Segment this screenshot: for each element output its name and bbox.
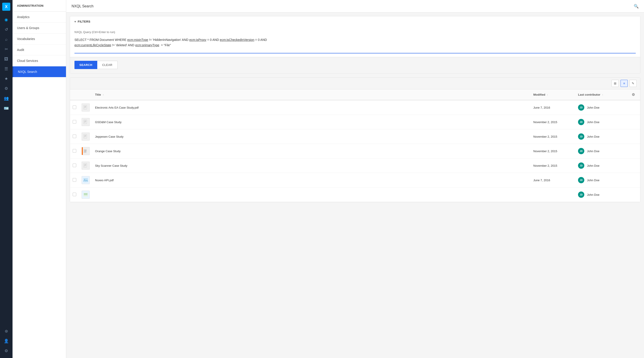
contributor-avatar: JD xyxy=(578,133,584,140)
topbar: NXQL Search 🔍 xyxy=(66,0,644,12)
row-title: Sky Scanner Case Study xyxy=(92,158,531,173)
file-thumbnail xyxy=(82,191,90,199)
row-contributor: JDJohn Doe xyxy=(575,158,629,173)
people-nav-icon[interactable]: 👥 xyxy=(2,94,11,103)
row-contributor: JDJohn Doe xyxy=(575,187,629,202)
svg-rect-11 xyxy=(84,137,86,137)
app-logo[interactable]: X xyxy=(2,3,10,11)
content-area: ▾ FILTERS NXQL Query (Ctrl+Enter to run)… xyxy=(66,12,644,358)
nav-item-users-groups[interactable]: Users & Groups xyxy=(12,22,66,33)
row-title: Electronic Arts EA Case Study.pdf xyxy=(92,100,531,115)
contributor-avatar: JD xyxy=(578,162,584,169)
row-modified xyxy=(531,187,575,202)
nav-item-audit[interactable]: Audit xyxy=(12,44,66,55)
nav-item-nxql-search[interactable]: NXQL Search xyxy=(12,66,66,77)
svg-rect-3 xyxy=(84,108,86,108)
row-contributor: JDJohn Doe xyxy=(575,144,629,158)
star-nav-icon[interactable]: ★ xyxy=(2,74,11,83)
contributor-avatar: JD xyxy=(578,148,584,154)
row-contributor: JDJohn Doe xyxy=(575,100,629,115)
table-settings-icon[interactable]: ⚙ xyxy=(632,93,635,96)
row-checkbox[interactable] xyxy=(73,149,76,153)
col-header-modified[interactable]: Modified ↑ xyxy=(531,89,575,100)
file-thumbnail xyxy=(82,162,90,170)
user-nav-icon[interactable]: 👤 xyxy=(2,337,11,346)
row-title: GSD&M Case Study xyxy=(92,115,531,129)
row-contributor: JDJohn Doe xyxy=(575,173,629,187)
scissors-nav-icon[interactable]: ✂ xyxy=(2,45,11,54)
row-title: Nuxeo API.pdf xyxy=(92,173,531,187)
search-button[interactable]: SEARCH xyxy=(74,61,97,69)
row-checkbox[interactable] xyxy=(73,105,76,109)
contributor-avatar: JD xyxy=(578,119,584,125)
modified-sort-icon[interactable]: ↑ xyxy=(547,93,548,96)
list-view-button[interactable]: ≡ xyxy=(620,80,628,87)
results-section: ⊞ ≡ ✎ Title ↑ Modified xyxy=(70,77,640,202)
results-table: Title ↑ Modified ↑ Last contributor ↑ xyxy=(70,89,640,202)
svg-rect-9 xyxy=(84,135,86,136)
nav-item-vocabularies[interactable]: Vocabularies xyxy=(12,33,66,44)
filters-label: FILTERS xyxy=(78,20,90,23)
contributor-sort-icon[interactable]: ↑ xyxy=(602,93,603,96)
analytics-nav-icon[interactable]: ◉ xyxy=(2,15,11,24)
filters-header[interactable]: ▾ FILTERS xyxy=(70,16,640,27)
nav-item-cloud-services[interactable]: Cloud Services xyxy=(12,55,66,66)
row-contributor: JDJohn Doe xyxy=(575,129,629,144)
row-checkbox[interactable] xyxy=(73,193,76,196)
contributor-name: John Doe xyxy=(587,193,600,196)
svg-rect-23 xyxy=(84,193,88,194)
row-title xyxy=(92,187,531,202)
contributor-name: John Doe xyxy=(587,135,600,138)
list-nav-icon[interactable]: ☰ xyxy=(2,64,11,73)
contributor-name: John Doe xyxy=(587,149,600,153)
contributor-avatar: JD xyxy=(578,192,584,198)
row-title: Jeppesen Case Study xyxy=(92,129,531,144)
table-row: Electronic Arts EA Case Study.pdfJune 7,… xyxy=(70,100,640,115)
network-nav-icon[interactable]: ⊛ xyxy=(2,327,11,336)
workflow-nav-icon[interactable]: ⚙ xyxy=(2,84,11,93)
row-checkbox[interactable] xyxy=(73,134,76,138)
query-display[interactable]: SELECT * FROM Document WHERE ecm:mixinTy… xyxy=(74,35,636,53)
grid-view-button[interactable]: ⊞ xyxy=(612,80,619,87)
svg-rect-20 xyxy=(84,178,88,182)
col-header-thumb xyxy=(79,89,92,100)
image-nav-icon[interactable]: 🖼 xyxy=(2,54,11,63)
clear-button[interactable]: CLEAR xyxy=(97,61,118,69)
title-sort-icon[interactable]: ↑ xyxy=(103,93,104,96)
svg-rect-2 xyxy=(84,107,86,107)
svg-rect-5 xyxy=(84,121,86,121)
history-nav-icon[interactable]: ↺ xyxy=(2,25,11,34)
col-header-contributor[interactable]: Last contributor ↑ xyxy=(575,89,629,100)
row-modified: November 2, 2015 xyxy=(531,144,575,158)
filters-chevron-icon: ▾ xyxy=(74,20,76,23)
col-header-check xyxy=(70,89,79,100)
text-sidebar: ADMINISTRATION Analytics Users & Groups … xyxy=(12,0,66,358)
table-row: Orange Case StudyNovember 2, 2015JDJohn … xyxy=(70,144,640,158)
file-thumbnail xyxy=(82,147,90,155)
svg-rect-13 xyxy=(84,150,86,150)
settings-nav-icon[interactable]: ⚙ xyxy=(2,346,11,355)
topbar-search-icon[interactable]: 🔍 xyxy=(634,4,639,9)
main-content: NXQL Search 🔍 ▾ FILTERS NXQL Query (Ctrl… xyxy=(66,0,644,358)
col-header-title[interactable]: Title ↑ xyxy=(92,89,531,100)
row-checkbox[interactable] xyxy=(73,164,76,167)
col-header-settings[interactable]: ⚙ xyxy=(629,89,640,100)
svg-rect-7 xyxy=(84,122,86,123)
table-row: JDJohn Doe xyxy=(70,187,640,202)
row-checkbox[interactable] xyxy=(73,120,76,124)
page-title: NXQL Search xyxy=(72,4,94,8)
contributor-avatar: JD xyxy=(578,177,584,183)
contributor-name: John Doe xyxy=(587,179,600,182)
search-nav-icon[interactable]: ⌕ xyxy=(2,35,11,44)
row-checkbox[interactable] xyxy=(73,178,76,182)
nav-item-analytics[interactable]: Analytics xyxy=(12,12,66,22)
query-label: NXQL Query (Ctrl+Enter to run) xyxy=(74,30,636,34)
card-nav-icon[interactable]: 🪪 xyxy=(2,104,11,113)
table-row: GSD&M Case StudyNovember 2, 2015JDJohn D… xyxy=(70,115,640,129)
contributor-name: John Doe xyxy=(587,120,600,124)
edit-columns-button[interactable]: ✎ xyxy=(630,80,636,87)
row-modified: June 7, 2016 xyxy=(531,100,575,115)
contributor-avatar: JD xyxy=(578,104,584,111)
file-thumbnail xyxy=(82,118,90,126)
svg-rect-18 xyxy=(84,165,86,166)
